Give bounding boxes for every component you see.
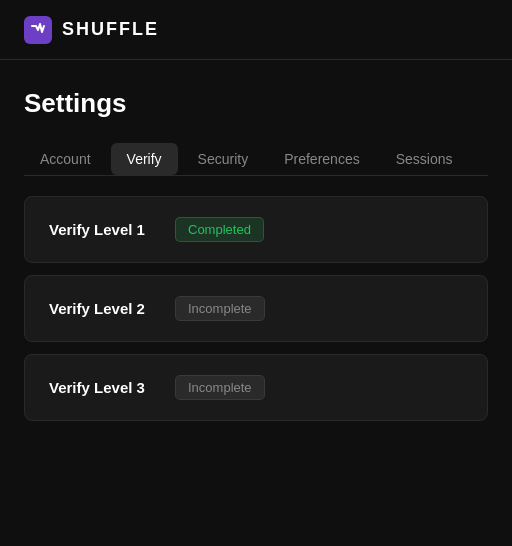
settings-tabs: Account Verify Security Preferences Sess… bbox=[24, 143, 488, 176]
page-title: Settings bbox=[24, 88, 488, 119]
logo: SHUFFLE bbox=[24, 16, 159, 44]
verify-level3-label: Verify Level 3 bbox=[49, 379, 159, 396]
main-content: Settings Account Verify Security Prefere… bbox=[0, 60, 512, 421]
tab-preferences[interactable]: Preferences bbox=[268, 143, 375, 175]
verify-level2-status: Incomplete bbox=[175, 296, 265, 321]
tab-re[interactable]: Re... bbox=[472, 143, 488, 175]
verify-level1-status: Completed bbox=[175, 217, 264, 242]
verify-list: Verify Level 1 Completed Verify Level 2 … bbox=[24, 196, 488, 421]
shuffle-logo-icon bbox=[24, 16, 52, 44]
verify-level3-status: Incomplete bbox=[175, 375, 265, 400]
verify-level1-label: Verify Level 1 bbox=[49, 221, 159, 238]
tab-account[interactable]: Account bbox=[24, 143, 107, 175]
tab-sessions[interactable]: Sessions bbox=[380, 143, 469, 175]
verify-item-level3[interactable]: Verify Level 3 Incomplete bbox=[24, 354, 488, 421]
tab-security[interactable]: Security bbox=[182, 143, 265, 175]
verify-level2-label: Verify Level 2 bbox=[49, 300, 159, 317]
tab-verify[interactable]: Verify bbox=[111, 143, 178, 175]
logo-text: SHUFFLE bbox=[62, 19, 159, 40]
app-header: SHUFFLE bbox=[0, 0, 512, 60]
verify-item-level1[interactable]: Verify Level 1 Completed bbox=[24, 196, 488, 263]
verify-item-level2[interactable]: Verify Level 2 Incomplete bbox=[24, 275, 488, 342]
